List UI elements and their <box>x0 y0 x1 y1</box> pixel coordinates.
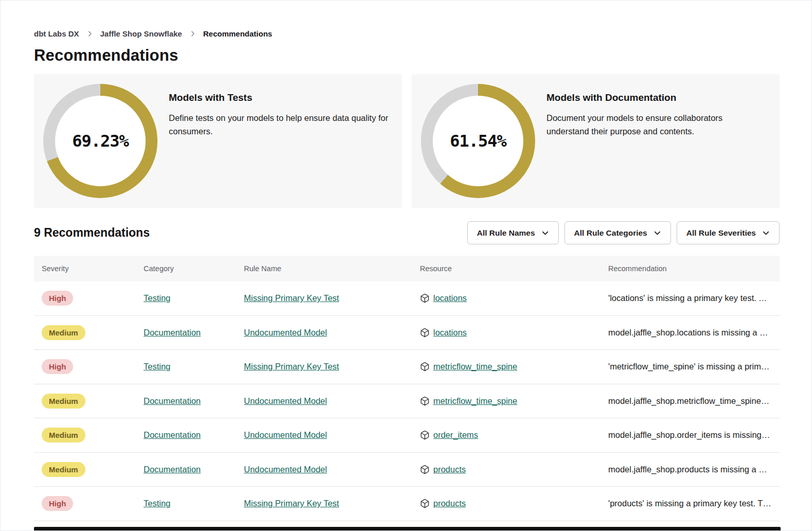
severity-badge: High <box>42 359 73 374</box>
column-header-resource: Resource <box>412 264 601 273</box>
models-with-documentation-card: 61.54% Models with Documentation Documen… <box>412 74 780 208</box>
model-cube-icon <box>420 465 430 474</box>
card-title: Models with Tests <box>169 92 390 103</box>
resource-link[interactable]: order_items <box>433 430 478 440</box>
rule-name-link[interactable]: Missing Primary Key Test <box>244 362 339 371</box>
severity-badge: High <box>42 496 73 511</box>
table-header-row: Severity Category Rule Name Resource Rec… <box>34 256 780 281</box>
card-description: Document your models to ensure collabora… <box>546 112 739 138</box>
resource-link[interactable]: locations <box>433 328 467 338</box>
resource-link[interactable]: products <box>433 499 466 508</box>
card-title: Models with Documentation <box>546 92 739 103</box>
rule-name-link[interactable]: Missing Primary Key Test <box>244 499 339 508</box>
model-cube-icon <box>420 396 430 406</box>
recommendation-text: model.jaffle_shop.metricflow_time_spine … <box>608 396 772 405</box>
table-row: High Testing Missing Primary Key Test me… <box>34 350 780 384</box>
category-link[interactable]: Documentation <box>144 396 201 405</box>
documentation-percent-value: 61.54% <box>450 131 506 151</box>
chevron-down-icon <box>541 229 549 237</box>
rule-names-filter[interactable]: All Rule Names <box>467 221 559 244</box>
category-link[interactable]: Testing <box>144 362 170 371</box>
column-header-severity: Severity <box>34 264 136 273</box>
category-link[interactable]: Testing <box>144 293 170 303</box>
chevron-right-icon <box>189 30 196 37</box>
resource-link[interactable]: products <box>433 465 466 474</box>
page-title: Recommendations <box>34 46 780 65</box>
rule-categories-filter[interactable]: All Rule Categories <box>564 221 671 244</box>
card-description: Define tests on your models to help ensu… <box>169 112 390 138</box>
chevron-right-icon <box>86 30 93 37</box>
model-cube-icon <box>420 293 430 303</box>
breadcrumb-item-account[interactable]: dbt Labs DX <box>34 29 79 38</box>
table-row: Medium Documentation Undocumented Model … <box>34 453 780 487</box>
table-row: Medium Documentation Undocumented Model … <box>34 316 780 350</box>
category-link[interactable]: Documentation <box>144 430 201 439</box>
models-with-tests-card: 69.23% Models with Tests Define tests on… <box>34 74 402 208</box>
category-link[interactable]: Documentation <box>144 328 201 337</box>
model-cube-icon <box>420 328 430 338</box>
table-row: Medium Documentation Undocumented Model … <box>34 418 780 453</box>
category-link[interactable]: Testing <box>144 499 170 508</box>
table-row: Medium Documentation Undocumented Model … <box>34 384 780 419</box>
tests-donut-chart: 69.23% <box>43 84 157 198</box>
model-cube-icon <box>420 430 430 440</box>
recommendation-text: model.jaffle_shop.locations is missing a… <box>608 328 773 337</box>
severity-badge: Medium <box>42 428 85 442</box>
category-link[interactable]: Documentation <box>144 465 201 474</box>
recommendation-text: model.jaffle_shop.products is missing a … <box>608 465 776 474</box>
app-window: dbt Labs DX Jaffle Shop Snowflake Recomm… <box>0 0 812 531</box>
recommendation-text: 'metricflow_time_spine' is missing a pri… <box>608 362 769 371</box>
table-row: High Testing Missing Primary Key Test pr… <box>34 487 780 521</box>
severity-badge: Medium <box>42 325 85 340</box>
table-row: High Testing Missing Primary Key Test lo… <box>34 281 780 316</box>
bottom-cutoff-element <box>34 527 781 530</box>
breadcrumb-item-project[interactable]: Jaffle Shop Snowflake <box>100 29 182 38</box>
tests-percent-value: 69.23% <box>72 131 129 151</box>
rule-name-link[interactable]: Undocumented Model <box>244 328 327 337</box>
column-header-rule-name: Rule Name <box>236 264 412 273</box>
table-body: High Testing Missing Primary Key Test lo… <box>34 281 780 521</box>
model-cube-icon <box>420 499 430 508</box>
chevron-down-icon <box>762 229 770 237</box>
model-cube-icon <box>420 362 430 371</box>
column-header-recommendation: Recommendation <box>601 264 780 273</box>
breadcrumb-item-current: Recommendations <box>203 29 272 38</box>
rule-severities-filter[interactable]: All Rule Severities <box>677 221 780 244</box>
resource-link[interactable]: metricflow_time_spine <box>433 362 517 371</box>
rule-name-link[interactable]: Undocumented Model <box>244 430 327 439</box>
rule-name-link[interactable]: Undocumented Model <box>244 465 327 474</box>
filter-bar: All Rule Names All Rule Categories All R… <box>467 221 780 244</box>
recommendations-table: Severity Category Rule Name Resource Rec… <box>34 256 780 521</box>
recommendation-text: 'locations' is missing a primary key tes… <box>608 293 777 303</box>
chevron-down-icon <box>654 229 661 237</box>
documentation-donut-chart: 61.54% <box>421 84 535 198</box>
recommendations-count: 9 Recommendations <box>34 226 150 240</box>
resource-link[interactable]: metricflow_time_spine <box>433 396 517 406</box>
rule-name-link[interactable]: Missing Primary Key Test <box>244 293 339 303</box>
recommendation-text: model.jaffle_shop.order_items is missing… <box>608 430 772 439</box>
resource-link[interactable]: locations <box>433 293 467 303</box>
severity-badge: High <box>42 291 73 306</box>
stat-cards: 69.23% Models with Tests Define tests on… <box>34 74 780 208</box>
breadcrumb: dbt Labs DX Jaffle Shop Snowflake Recomm… <box>34 29 780 38</box>
severity-badge: Medium <box>42 462 85 477</box>
recommendation-text: 'products' is missing a primary key test… <box>608 499 776 508</box>
column-header-category: Category <box>136 264 236 273</box>
severity-badge: Medium <box>42 394 85 409</box>
rule-name-link[interactable]: Undocumented Model <box>244 396 327 405</box>
